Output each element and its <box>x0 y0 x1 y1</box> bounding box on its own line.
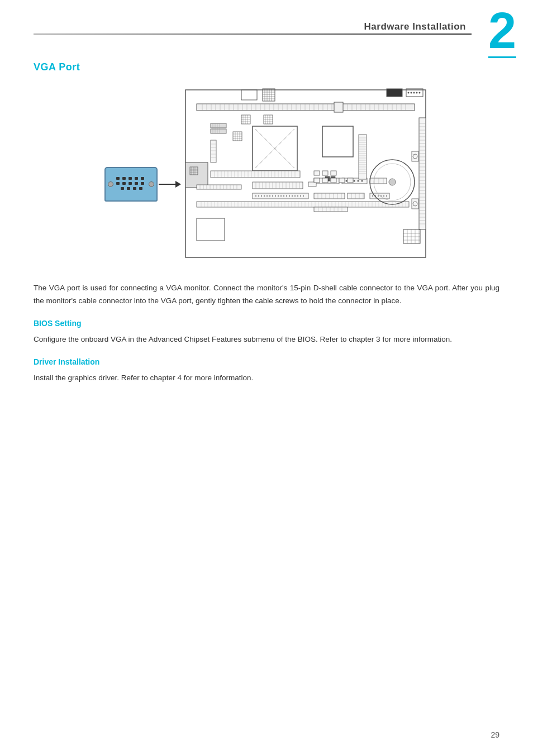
svg-point-179 <box>261 195 262 197</box>
svg-rect-59 <box>334 102 343 112</box>
motherboard-diagram <box>180 84 431 270</box>
svg-point-16 <box>411 92 412 94</box>
svg-rect-195 <box>314 193 345 199</box>
bios-setting-description: Configure the onboard VGA in the Advance… <box>34 333 499 346</box>
svg-rect-353 <box>314 178 320 183</box>
svg-rect-366 <box>197 218 225 241</box>
header-title: Hardware Installation <box>364 21 466 32</box>
svg-point-140 <box>361 180 363 182</box>
svg-point-183 <box>272 195 273 197</box>
svg-rect-278 <box>314 207 348 212</box>
page-container: Hardware Installation 2 VGA Port <box>0 0 533 756</box>
svg-point-19 <box>419 92 421 94</box>
svg-rect-215 <box>197 202 409 207</box>
svg-rect-13 <box>387 89 402 97</box>
svg-point-194 <box>303 195 304 197</box>
arrow-indicator <box>159 178 181 192</box>
diagram-container <box>34 84 499 269</box>
driver-installation-title: Driver Installation <box>34 357 499 366</box>
svg-point-211 <box>378 195 379 197</box>
svg-point-189 <box>289 195 290 197</box>
svg-point-192 <box>297 195 298 197</box>
svg-rect-81 <box>211 123 226 128</box>
svg-point-184 <box>275 195 276 197</box>
svg-point-314 <box>389 179 396 185</box>
svg-rect-97 <box>322 126 353 157</box>
svg-rect-203 <box>348 193 364 199</box>
svg-rect-334 <box>322 171 328 175</box>
driver-installation-description: Install the graphics driver. Refer to ch… <box>34 372 499 385</box>
svg-rect-333 <box>314 171 320 175</box>
svg-point-15 <box>408 92 410 94</box>
svg-point-188 <box>286 195 287 197</box>
page-number: 29 <box>491 730 499 739</box>
svg-point-191 <box>294 195 296 197</box>
svg-rect-28 <box>197 104 415 111</box>
svg-point-185 <box>278 195 279 197</box>
vga-port-description: The VGA port is used for connecting a VG… <box>34 282 499 308</box>
svg-rect-3 <box>241 90 257 100</box>
svg-point-18 <box>416 92 418 94</box>
svg-point-136 <box>346 180 348 182</box>
svg-rect-340 <box>211 140 216 162</box>
svg-point-214 <box>386 195 387 197</box>
page-header: Hardware Installation 2 <box>0 0 533 45</box>
svg-rect-82 <box>211 129 226 133</box>
svg-rect-358 <box>403 229 420 243</box>
driver-installation-section: Driver Installation Install the graphics… <box>34 357 499 385</box>
svg-rect-286 <box>211 171 300 178</box>
svg-rect-357 <box>348 178 353 183</box>
svg-point-177 <box>255 195 256 197</box>
svg-rect-4 <box>263 89 275 101</box>
svg-rect-141 <box>370 178 387 184</box>
header-line <box>34 34 472 35</box>
svg-rect-356 <box>339 178 345 183</box>
vga-connector-image <box>104 167 158 202</box>
svg-rect-161 <box>253 182 303 189</box>
vga-port-section: VGA Port <box>34 61 499 385</box>
vga-port-title: VGA Port <box>34 61 499 73</box>
svg-point-186 <box>280 195 282 197</box>
svg-rect-335 <box>331 171 336 175</box>
svg-point-182 <box>269 195 270 197</box>
svg-point-139 <box>358 180 359 182</box>
svg-point-181 <box>266 195 268 197</box>
svg-point-213 <box>383 195 384 197</box>
svg-point-187 <box>283 195 284 197</box>
bios-setting-title: BIOS Setting <box>34 319 499 328</box>
content-area: VGA Port <box>0 45 533 426</box>
chapter-number: 2 <box>488 6 516 56</box>
svg-rect-315 <box>359 135 367 179</box>
svg-point-178 <box>258 195 259 197</box>
svg-point-17 <box>413 92 415 94</box>
bios-setting-section: BIOS Setting Configure the onboard VGA i… <box>34 319 499 346</box>
svg-rect-354 <box>322 178 328 183</box>
svg-point-180 <box>264 195 265 197</box>
svg-point-193 <box>300 195 301 197</box>
svg-rect-355 <box>331 178 336 183</box>
svg-point-138 <box>354 180 355 182</box>
svg-point-190 <box>292 195 293 197</box>
svg-point-209 <box>372 195 373 197</box>
svg-rect-20 <box>185 162 208 188</box>
